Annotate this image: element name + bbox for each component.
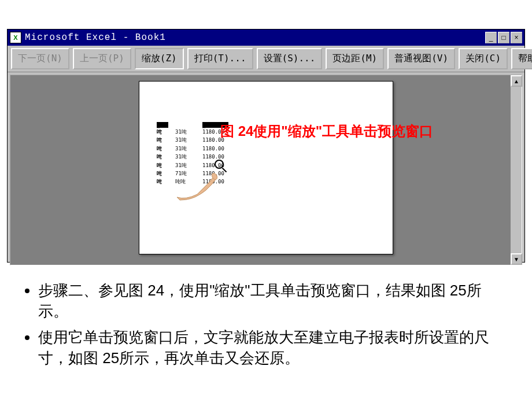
setup-button[interactable]: 设置(S)... [257, 48, 323, 69]
print-button[interactable]: 打印(T)... [187, 48, 253, 69]
scroll-up-button[interactable]: ▲ [511, 75, 522, 87]
normal-view-button[interactable]: 普通视图(V) [387, 48, 455, 69]
pointing-hand-icon [174, 168, 226, 203]
next-page-button[interactable]: 下一页(N) [11, 48, 69, 69]
figure-annotation: 图 24使用"缩放"工具单击预览窗口 [220, 122, 433, 141]
prev-page-button[interactable]: 上一页(P) [73, 48, 131, 69]
title-bar: X Microsoft Excel - Book1 _ □ × [8, 29, 524, 46]
close-button[interactable]: × [511, 32, 522, 43]
excel-print-preview-window: X Microsoft Excel - Book1 _ □ × 下一页(N) 上… [7, 29, 525, 263]
bullet-zoom-explanation: 使用它单击预览窗口后，文字就能放大至建立电子报表时所设置的尺寸，如图 25所示，… [38, 327, 508, 369]
minimize-button[interactable]: _ [485, 32, 497, 43]
maximize-button[interactable]: □ [498, 32, 509, 43]
zoom-button[interactable]: 缩放(Z) [135, 48, 184, 69]
print-preview-toolbar: 下一页(N) 上一页(P) 缩放(Z) 打印(T)... 设置(S)... 页边… [8, 46, 524, 72]
preview-viewport[interactable]: ■■ 吨31吨1180.00 吨31吨1180.00 吨31吨1180.00 吨… [10, 75, 522, 265]
window-title: Microsoft Excel - Book1 [25, 32, 485, 43]
margins-button[interactable]: 页边距(M) [326, 48, 384, 69]
close-preview-button[interactable]: 关闭(C) [459, 48, 508, 69]
scroll-down-button[interactable]: ▼ [511, 253, 522, 265]
instructional-text: 步骤二、参见图 24，使用"缩放"工具单击预览窗口，结果如图 25所示。 使用它… [7, 274, 525, 379]
bullet-step-2: 步骤二、参见图 24，使用"缩放"工具单击预览窗口，结果如图 25所示。 [38, 280, 508, 322]
help-button[interactable]: 帮助(H) [511, 48, 532, 69]
preview-page[interactable]: ■■ 吨31吨1180.00 吨31吨1180.00 吨31吨1180.00 吨… [139, 81, 393, 254]
excel-app-icon: X [10, 32, 21, 43]
magnifier-cursor-icon [215, 160, 224, 169]
vertical-scrollbar[interactable]: ▲ ▼ [510, 75, 522, 265]
window-controls: _ □ × [485, 32, 522, 43]
